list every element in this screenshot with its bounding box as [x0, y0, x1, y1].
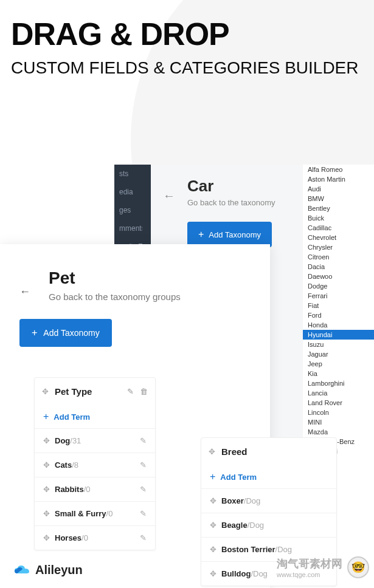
term-count: /8 [72, 460, 78, 470]
drag-icon[interactable]: ✥ [43, 509, 50, 518]
drag-icon[interactable]: ✥ [43, 533, 50, 542]
car-brand-option[interactable]: Ferrari [303, 291, 374, 301]
drag-icon[interactable]: ✥ [43, 436, 50, 445]
add-taxonomy-label: Add Taxonomy [209, 230, 261, 239]
add-taxonomy-label: Add Taxonomy [43, 328, 99, 338]
car-brand-option[interactable]: Jeep [303, 359, 374, 369]
add-taxonomy-button[interactable]: + Add Taxonomy [19, 319, 112, 347]
car-brand-option[interactable]: Buick [303, 213, 374, 223]
term-name: Horses [55, 533, 81, 542]
term-name: Rabbits [55, 485, 84, 494]
drag-icon[interactable]: ✥ [209, 447, 215, 456]
edit-icon[interactable]: ✎ [140, 436, 147, 445]
car-brand-option[interactable]: Chevrolet [303, 233, 374, 242]
term-name: Bulldog [221, 569, 251, 578]
pet-type-card: ✥ Pet Type ✎ 🗑 + Add Term ✥Dog/31✎✥Cats/… [34, 377, 156, 550]
term-parent: /Dog [244, 496, 260, 505]
card-header: ✥ Pet Type ✎ 🗑 [35, 378, 155, 405]
car-brand-option[interactable]: Cadillac [303, 223, 374, 233]
add-taxonomy-button[interactable]: + Add Taxonomy [187, 222, 272, 247]
cloud-icon [13, 565, 30, 576]
car-brand-option[interactable]: Mazda [303, 427, 374, 437]
wp-nav-item[interactable]: sts [114, 165, 142, 183]
car-brand-option[interactable]: Lamborghini [303, 378, 374, 388]
drag-icon[interactable]: ✥ [210, 521, 216, 530]
edit-icon[interactable]: ✎ [140, 509, 147, 518]
delete-icon[interactable]: 🗑 [140, 387, 148, 396]
drag-icon[interactable]: ✥ [43, 460, 50, 470]
term-count: /0 [81, 533, 88, 542]
back-arrow-icon[interactable]: ← [163, 189, 175, 203]
footer-logo-text: Alileyun [35, 563, 83, 577]
car-brand-option[interactable]: MINI [303, 417, 374, 427]
drag-icon[interactable]: ✥ [210, 569, 216, 578]
term-name: Boxer [221, 496, 244, 505]
car-brand-option[interactable]: Fiat [303, 301, 374, 310]
car-brand-option[interactable]: Dacia [303, 262, 374, 272]
wp-nav-item[interactable]: edia [114, 183, 142, 201]
term-row[interactable]: ✥Horses/0✎ [35, 525, 155, 550]
add-term-button[interactable]: + Add Term [201, 465, 336, 488]
term-name: Beagle [221, 521, 248, 530]
add-term-label: Add Term [54, 412, 90, 422]
term-parent: /Dog [275, 545, 292, 554]
card-title: Breed [221, 446, 329, 457]
watermark-url: www.tqge.com [277, 571, 342, 578]
drag-icon[interactable]: ✥ [210, 496, 216, 505]
edit-icon[interactable]: ✎ [140, 485, 147, 494]
edit-icon[interactable]: ✎ [140, 460, 147, 470]
add-term-label: Add Term [220, 473, 257, 482]
car-brand-option[interactable]: Dodge [303, 281, 374, 291]
hero-title: DRAG & DROP [11, 18, 363, 50]
car-brand-option[interactable]: Citroen [303, 252, 374, 262]
term-row[interactable]: ✥Dog/31✎ [35, 428, 155, 453]
car-brand-option[interactable]: Audi [303, 184, 374, 194]
car-brand-option[interactable]: Honda [303, 320, 374, 330]
car-brand-option[interactable]: Ford [303, 310, 374, 320]
car-brand-option[interactable]: BMW [303, 194, 374, 203]
car-brand-option[interactable]: Kia [303, 369, 374, 378]
edit-icon[interactable]: ✎ [140, 533, 147, 542]
term-row[interactable]: ✥Boxer/Dog [201, 488, 336, 513]
car-brand-option[interactable]: Daewoo [303, 272, 374, 281]
car-brand-option[interactable]: Lancia [303, 388, 374, 398]
drag-icon[interactable]: ✥ [42, 387, 49, 396]
term-name: Boston Terrier [221, 545, 275, 554]
term-row[interactable]: ✥Rabbits/0✎ [35, 477, 155, 501]
card-header: ✥ Breed [201, 438, 336, 465]
term-name: Cats [55, 460, 72, 470]
add-term-button[interactable]: + Add Term [35, 405, 155, 428]
plus-icon: + [198, 229, 204, 240]
car-brand-option[interactable]: Land Rover [303, 398, 374, 408]
car-brand-option[interactable]: Hyundai [303, 330, 374, 340]
term-count: /0 [106, 509, 113, 518]
term-row[interactable]: ✥Beagle/Dog [201, 513, 336, 537]
car-brand-option[interactable]: Bentley [303, 203, 374, 213]
hero-subtitle: CUSTOM FIELDS & CATEGORIES BUILDER [11, 57, 363, 79]
term-parent: /Dog [251, 569, 267, 578]
car-brand-option[interactable]: Aston Martin [303, 174, 374, 184]
car-brand-option[interactable]: Lincoln [303, 408, 374, 417]
drag-icon[interactable]: ✥ [210, 545, 216, 554]
term-name: Dog [55, 436, 70, 445]
car-brand-option[interactable]: Alfa Romeo [303, 165, 374, 174]
plus-icon: + [43, 411, 49, 422]
term-row[interactable]: ✥Small & Furry/0✎ [35, 501, 155, 525]
wp-sidebar: sts edia ges mments curity Tips [114, 165, 142, 256]
front-title: Pet [49, 268, 270, 288]
wp-nav-item[interactable]: ges [114, 201, 142, 219]
term-name: Small & Furry [55, 509, 106, 518]
footer-logo: Alileyun [13, 563, 83, 577]
drag-icon[interactable]: ✥ [43, 485, 50, 494]
hero: DRAG & DROP CUSTOM FIELDS & CATEGORIES B… [0, 0, 374, 97]
term-row[interactable]: ✥Cats/8✎ [35, 453, 155, 477]
back-arrow-icon[interactable]: ← [19, 285, 30, 298]
car-brand-option[interactable]: Chrysler [303, 242, 374, 252]
watermark: 淘气哥素材网 www.tqge.com 🤓 [277, 556, 369, 578]
car-brand-option[interactable]: Isuzu [303, 340, 374, 349]
car-brand-option[interactable]: Jaguar [303, 349, 374, 359]
edit-icon[interactable]: ✎ [127, 387, 134, 396]
watermark-text: 淘气哥素材网 [277, 556, 342, 571]
wp-nav-item[interactable]: mments [114, 219, 142, 238]
term-count: /0 [84, 485, 91, 494]
